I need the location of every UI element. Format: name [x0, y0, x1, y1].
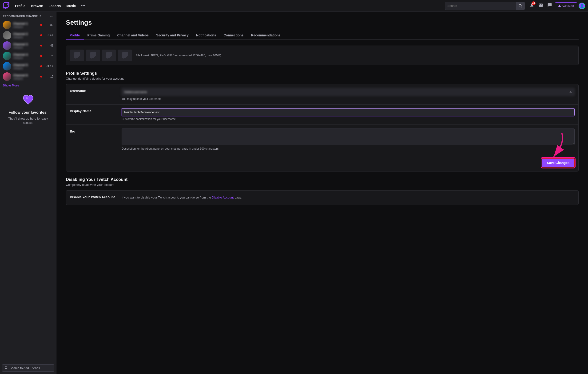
list-item[interactable]: Channel 2 category 3.4K	[0, 30, 56, 40]
search-input[interactable]	[445, 4, 516, 8]
avatar	[3, 41, 11, 50]
list-item[interactable]: Channel 3 category 41	[0, 40, 56, 51]
bio-label: Bio	[66, 125, 118, 154]
follow-description: They'll show up here for easy access!	[4, 117, 52, 125]
notifications-button[interactable]: 48	[528, 1, 536, 10]
twitch-logo[interactable]	[3, 2, 10, 10]
sidebar: RECOMMENDED CHANNELS ← Channel 1 categor…	[0, 12, 56, 374]
disable-card: Disable Your Twitch Account If you want …	[66, 190, 578, 205]
settings-content: Settings Profile Prime Gaming Channel an…	[56, 12, 588, 374]
show-more-link[interactable]: Show More	[0, 82, 56, 89]
settings-tabs: Profile Prime Gaming Channel and Videos …	[66, 31, 578, 40]
viewer-count: 80	[44, 23, 53, 27]
profile-settings-description: Change identifying details for your acco…	[66, 77, 578, 80]
channel-name: Channel 3	[13, 42, 38, 46]
get-bits-button[interactable]: Get Bits	[555, 2, 577, 9]
username-hint: You may update your username	[122, 97, 575, 101]
tab-channel-and-videos[interactable]: Channel and Videos	[114, 31, 153, 40]
banner-section: File format: JPEG, PNG, GIF (recommended…	[66, 46, 578, 65]
search-button[interactable]	[516, 2, 525, 10]
tab-prime-gaming[interactable]: Prime Gaming	[84, 31, 114, 40]
page-title: Settings	[66, 19, 578, 26]
bio-field: Description for the About panel on your …	[118, 125, 578, 154]
display-name-label: Display Name	[66, 105, 118, 124]
live-indicator	[40, 45, 42, 47]
search-placeholder: Search to Add Friends	[10, 366, 40, 370]
tab-connections[interactable]: Connections	[220, 31, 247, 40]
banner-thumb-1	[70, 50, 84, 61]
viewer-count: 41	[44, 44, 53, 47]
channel-info: Channel 3 category	[13, 42, 38, 49]
tab-profile[interactable]: Profile	[66, 31, 84, 40]
disable-title: Disabling Your Twitch Account	[66, 177, 578, 182]
banner-card: File format: JPEG, PNG, GIF (recommended…	[66, 46, 578, 65]
channel-name: Channel 6	[13, 73, 38, 77]
display-name-input[interactable]	[122, 108, 575, 116]
username-input[interactable]	[122, 88, 575, 96]
channel-info: Channel 4 category	[13, 53, 38, 59]
avatar	[3, 72, 11, 81]
save-changes-button[interactable]: Save Changes	[542, 158, 575, 168]
notification-badge: 48	[532, 1, 536, 5]
edit-icon: ✏	[569, 90, 572, 94]
list-item[interactable]: Channel 6 category 15	[0, 71, 56, 82]
viewer-count: 74.1K	[44, 65, 53, 68]
svg-point-0	[519, 4, 521, 7]
tab-notifications[interactable]: Notifications	[192, 31, 220, 40]
chat-button[interactable]	[546, 1, 553, 10]
messages-button[interactable]	[537, 1, 545, 10]
svg-point-3	[26, 97, 28, 99]
banner-format-hint: File format: JPEG, PNG, GIF (recommended…	[136, 54, 221, 57]
avatar	[3, 62, 11, 71]
tab-recommendations[interactable]: Recommendations	[247, 31, 284, 40]
viewer-count: 3.4K	[44, 34, 53, 37]
banner-thumb-3	[102, 50, 116, 61]
banner-thumbnails	[70, 50, 132, 61]
avatar	[3, 21, 11, 29]
channel-category: category	[13, 77, 38, 80]
avatar	[3, 31, 11, 40]
user-avatar[interactable]: 👤	[578, 3, 585, 9]
disable-description: Completely deactivate your account	[66, 183, 578, 187]
channel-info: Channel 6 category	[13, 73, 38, 80]
nav-esports[interactable]: Esports	[46, 3, 63, 9]
search-bar	[445, 2, 525, 10]
main-layout: RECOMMENDED CHANNELS ← Channel 1 categor…	[0, 12, 588, 374]
list-item[interactable]: Channel 4 category 874	[0, 51, 56, 61]
get-bits-label: Get Bits	[562, 4, 574, 8]
list-item[interactable]: Channel 1 category 80	[0, 20, 56, 30]
live-indicator	[40, 76, 42, 78]
bio-input[interactable]	[122, 129, 575, 145]
nav-music[interactable]: Music	[64, 3, 78, 9]
channel-name: Channel 4	[13, 53, 38, 56]
bio-hint: Description for the About panel on your …	[122, 147, 575, 150]
topnav: Profile Browse Esports Music ••• 48 Get …	[0, 0, 588, 12]
live-indicator	[40, 34, 42, 36]
disable-account-link[interactable]: Disable Account	[212, 196, 233, 199]
follow-title: Follow your favorites!	[4, 111, 52, 115]
disable-field-label: Disable Your Twitch Account	[70, 195, 122, 200]
nav-right-icons: 48 Get Bits 👤	[528, 1, 585, 10]
username-input-wrapper: ✏	[122, 88, 575, 96]
svg-line-5	[7, 368, 8, 369]
nav-browse[interactable]: Browse	[29, 3, 45, 9]
disable-section: Disabling Your Twitch Account Completely…	[66, 177, 578, 205]
disable-text-after: page.	[234, 196, 242, 199]
heart-icon	[4, 94, 52, 108]
channel-info: Channel 5 category	[13, 63, 38, 70]
channel-category: category	[13, 56, 38, 59]
add-friends-search[interactable]: Search to Add Friends	[2, 364, 54, 372]
bio-row: Bio Description for the About panel on y…	[66, 124, 578, 154]
username-field: ✏ You may update your username	[118, 84, 578, 104]
nav-more-icon[interactable]: •••	[79, 2, 87, 9]
svg-point-4	[5, 366, 7, 369]
list-item[interactable]: Channel 5 category 74.1K	[0, 61, 56, 71]
display-name-row: Display Name Customize capitalization fo…	[66, 104, 578, 124]
live-indicator	[40, 24, 42, 26]
follow-prompt: Follow your favorites! They'll show up h…	[0, 89, 56, 130]
sidebar-collapse-button[interactable]: ←	[50, 14, 53, 18]
display-name-field: Customize capitalization for your userna…	[118, 105, 578, 124]
viewer-count: 15	[44, 75, 53, 78]
tab-security-and-privacy[interactable]: Security and Privacy	[152, 31, 192, 40]
nav-following[interactable]: Profile	[13, 3, 28, 9]
